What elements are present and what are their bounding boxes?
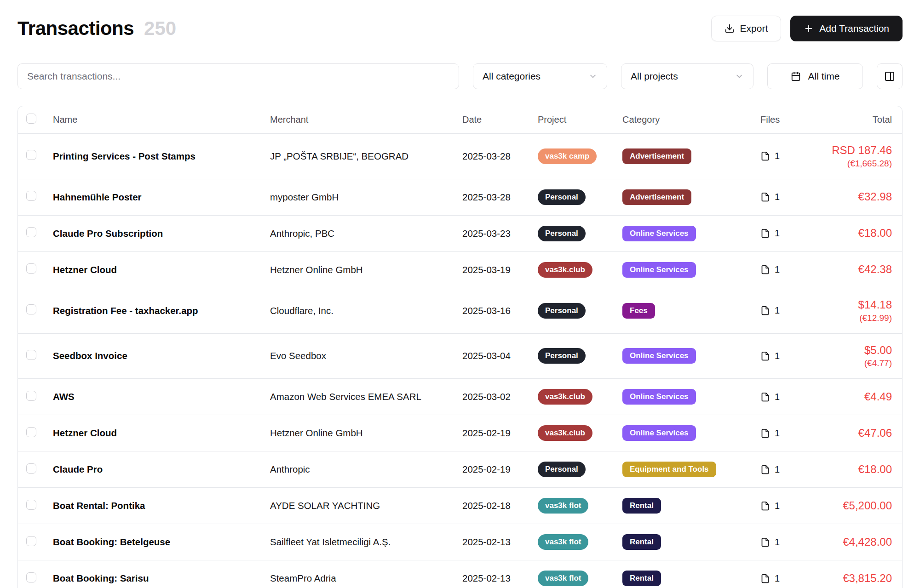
files-cell: 1 [760, 501, 802, 511]
row-checkbox[interactable] [26, 150, 36, 160]
calendar-icon [791, 71, 801, 81]
download-icon [724, 23, 735, 34]
files-count: 1 [775, 464, 780, 475]
filters-bar: All categories All projects All time [17, 63, 903, 89]
transaction-total-converted: (€12.99) [815, 313, 892, 323]
transaction-total: €42.38 [815, 263, 892, 276]
row-checkbox[interactable] [26, 536, 36, 546]
files-count: 1 [775, 151, 780, 161]
transaction-row[interactable]: AWS Amazon Web Services EMEA SARL 2025-0… [18, 379, 902, 415]
transaction-name: Claude Pro Subscription [53, 228, 163, 239]
transaction-total-converted: (€4.77) [815, 358, 892, 368]
transaction-merchant: SteamPro Adria [270, 573, 336, 583]
category-badge: Online Services [622, 348, 696, 364]
transaction-date: 2025-03-28 [462, 151, 511, 161]
file-icon [760, 428, 770, 438]
row-checkbox[interactable] [26, 304, 36, 314]
category-badge: Advertisement [622, 148, 691, 164]
transaction-name: Claude Pro [53, 464, 103, 474]
files-count: 1 [775, 537, 780, 548]
file-icon [760, 465, 770, 474]
files-cell: 1 [760, 264, 802, 275]
category-filter-select[interactable]: All categories [473, 63, 607, 89]
project-badge: Personal [538, 348, 586, 364]
transaction-row[interactable]: Hetzner Cloud Hetzner Online GmbH 2025-0… [18, 415, 902, 451]
table-header: Name Merchant Date Project Category File… [18, 106, 902, 134]
transaction-row[interactable]: Claude Pro Subscription Anthropic, PBC 2… [18, 215, 902, 251]
row-checkbox[interactable] [26, 500, 36, 510]
header-project: Project [531, 106, 616, 134]
transaction-merchant: Anthropic, PBC [270, 228, 334, 239]
transaction-name: Hetzner Cloud [53, 264, 117, 275]
files-count: 1 [775, 192, 780, 202]
project-badge: Personal [538, 303, 586, 319]
transaction-total: €4.49 [815, 390, 892, 404]
column-settings-button[interactable] [877, 63, 903, 89]
transaction-merchant: Hetzner Online GmbH [270, 264, 363, 275]
category-badge: Online Services [622, 226, 696, 241]
row-checkbox[interactable] [26, 427, 36, 437]
transaction-row[interactable]: Hetzner Cloud Hetzner Online GmbH 2025-0… [18, 251, 902, 288]
transaction-total: RSD 187.46 [815, 144, 892, 157]
row-checkbox[interactable] [26, 572, 36, 582]
category-badge: Advertisement [622, 189, 691, 205]
row-checkbox[interactable] [26, 350, 36, 360]
search-input[interactable] [27, 71, 449, 82]
transaction-row[interactable]: Claude Pro Anthropic 2025-02-19 Personal… [18, 451, 902, 488]
transaction-row[interactable]: Boat Booking: Sarisu SteamPro Adria 2025… [18, 560, 902, 588]
category-badge: Online Services [622, 262, 696, 278]
transaction-total: €18.00 [815, 227, 892, 240]
row-checkbox[interactable] [26, 263, 36, 274]
transaction-date: 2025-02-18 [462, 500, 511, 511]
search-box [17, 63, 459, 89]
select-all-checkbox[interactable] [26, 114, 36, 124]
date-range-filter[interactable]: All time [767, 63, 863, 89]
transaction-date: 2025-02-19 [462, 428, 511, 438]
transaction-name: Seedbox Invoice [53, 350, 127, 361]
transaction-row[interactable]: Printing Services - Post Stamps JP „POŠT… [18, 134, 902, 179]
project-filter-select[interactable]: All projects [621, 63, 753, 89]
category-badge: Rental [622, 571, 661, 586]
row-checkbox[interactable] [26, 463, 36, 474]
transaction-row[interactable]: Hahnemühle Poster myposter GmbH 2025-03-… [18, 179, 902, 215]
file-icon [760, 265, 770, 274]
transaction-row[interactable]: Boat Booking: Betelgeuse Sailfleet Yat I… [18, 524, 902, 560]
header-name: Name [46, 106, 264, 134]
transaction-merchant: AYDE SOLAR YACHTING [270, 500, 380, 511]
project-badge: vas3k.club [538, 389, 592, 405]
row-checkbox[interactable] [26, 191, 36, 201]
transaction-total: €47.06 [815, 427, 892, 440]
transaction-name: Hahnemühle Poster [53, 192, 142, 202]
page-title: Transactions [17, 17, 134, 40]
project-badge: vas3k camp [538, 148, 597, 164]
columns-panel-icon [884, 71, 895, 82]
transaction-merchant: Sailfleet Yat Isletmeciligi A.Ş. [270, 537, 391, 547]
transaction-total: €3,815.20 [815, 572, 892, 585]
transaction-date: 2025-03-04 [462, 350, 511, 361]
transaction-date: 2025-03-16 [462, 305, 511, 316]
files-count: 1 [775, 351, 780, 361]
files-cell: 1 [760, 464, 802, 475]
category-badge: Online Services [622, 425, 696, 441]
category-filter-value: All categories [483, 71, 540, 82]
transaction-count: 250 [144, 17, 176, 40]
transaction-row[interactable]: Boat Rental: Pontika AYDE SOLAR YACHTING… [18, 488, 902, 524]
transaction-total: €32.98 [815, 190, 892, 204]
add-transaction-button[interactable]: Add Transaction [790, 16, 903, 41]
row-checkbox[interactable] [26, 227, 36, 237]
category-badge: Equipment and Tools [622, 462, 716, 477]
transaction-row[interactable]: Registration Fee - taxhacker.app Cloudfl… [18, 288, 902, 333]
transaction-merchant: JP „POŠTA SRBIJE“, BEOGRAD [270, 151, 408, 161]
export-button[interactable]: Export [711, 16, 782, 41]
files-count: 1 [775, 428, 780, 439]
transaction-name: Boat Booking: Sarisu [53, 573, 149, 583]
transaction-date: 2025-02-19 [462, 464, 511, 474]
row-checkbox[interactable] [26, 391, 36, 401]
title-wrap: Transactions 250 [17, 17, 176, 40]
transaction-row[interactable]: Seedbox Invoice Evo Seedbox 2025-03-04 P… [18, 333, 902, 379]
files-cell: 1 [760, 573, 802, 584]
transactions-table-body: Printing Services - Post Stamps JP „POŠT… [18, 134, 902, 588]
category-badge: Rental [622, 498, 661, 514]
file-icon [760, 537, 770, 547]
files-count: 1 [775, 501, 780, 511]
